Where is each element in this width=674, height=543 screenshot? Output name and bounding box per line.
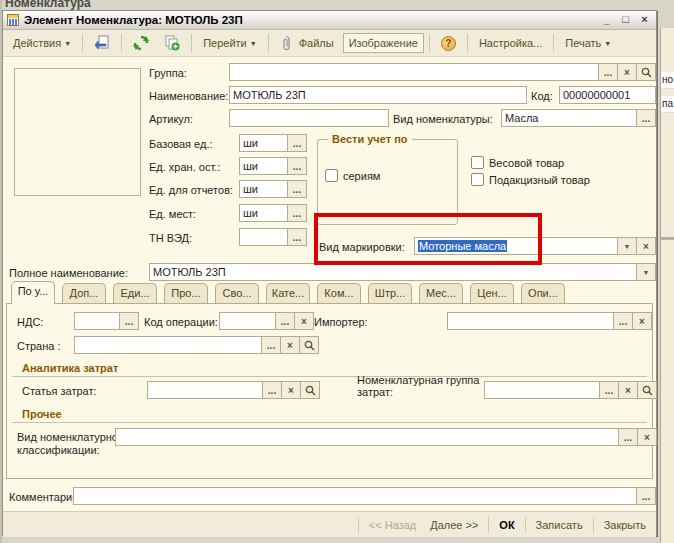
item-image-placeholder[interactable]	[14, 68, 141, 196]
base-unit-input[interactable]: ши	[239, 134, 288, 152]
fullname-combobox[interactable]: МОТЮЛЬ 23П ▼	[149, 263, 656, 281]
ellipsis-button[interactable]: ...	[637, 487, 656, 505]
ellipsis-button[interactable]: ...	[614, 312, 633, 330]
tab-sets[interactable]: Ком...	[317, 283, 361, 303]
name-field[interactable]: МОТЮЛЬ 23П	[229, 86, 527, 104]
excise-goods-checkbox[interactable]	[471, 173, 484, 186]
ellipsis-button[interactable]: ...	[288, 180, 307, 198]
print-menu-button[interactable]: Печать▼	[559, 33, 617, 53]
opcode-input[interactable]	[219, 312, 276, 330]
search-button[interactable]	[300, 336, 319, 354]
save-button[interactable]: Записать	[532, 517, 587, 533]
ellipsis-button[interactable]: ...	[276, 312, 295, 330]
back-button[interactable]: << Назад	[365, 517, 420, 533]
cost-item-field[interactable]: ... ×	[147, 381, 320, 399]
opcode-field[interactable]: ... ×	[219, 312, 314, 330]
clear-button[interactable]: ×	[618, 63, 637, 81]
tab-projects[interactable]: Про...	[164, 283, 208, 303]
fullname-input[interactable]: МОТЮЛЬ 23П	[149, 263, 637, 281]
maximize-button[interactable]: □	[618, 13, 633, 27]
base-unit-field[interactable]: ши ...	[239, 134, 307, 152]
close-button[interactable]: ×	[637, 13, 652, 27]
tab-additional[interactable]: Доп...	[62, 283, 106, 303]
vat-input[interactable]	[74, 312, 120, 330]
next-button[interactable]: Далее >>	[426, 517, 482, 533]
article-field[interactable]	[229, 109, 389, 127]
ellipsis-button[interactable]: ...	[619, 428, 638, 446]
places-unit-input[interactable]: ши	[239, 204, 288, 222]
clear-button[interactable]: ×	[633, 312, 652, 330]
tab-default[interactable]: По у...	[11, 281, 55, 304]
goto-menu-button[interactable]: Перейти▼	[197, 33, 263, 53]
ellipsis-button[interactable]: ...	[262, 336, 281, 354]
tab-categories[interactable]: Кате...	[266, 283, 310, 303]
actions-menu-button[interactable]: Действия▼	[7, 33, 77, 53]
classification-field[interactable]: ... ×	[115, 428, 657, 446]
titlebar[interactable]: Элемент Номенклатура: МОТЮЛЬ 23П _ □ ×	[3, 11, 656, 30]
clear-button[interactable]: ×	[281, 336, 300, 354]
name-input[interactable]: МОТЮЛЬ 23П	[229, 86, 527, 104]
copy-add-button[interactable]	[158, 31, 186, 55]
report-unit-field[interactable]: ши ...	[239, 180, 307, 198]
nomtype-input[interactable]: Масла	[501, 109, 637, 127]
ellipsis-button[interactable]: ...	[599, 63, 618, 81]
ellipsis-button[interactable]: ...	[288, 228, 307, 246]
search-button[interactable]	[637, 63, 656, 81]
refresh-button[interactable]	[127, 31, 155, 55]
clear-button[interactable]: ×	[295, 312, 314, 330]
close-window-button[interactable]: Закрыть	[600, 517, 650, 533]
report-unit-input[interactable]: ши	[239, 180, 288, 198]
search-button[interactable]	[638, 381, 657, 399]
ok-button[interactable]: ОК	[495, 517, 518, 533]
code-input[interactable]: 00000000001	[559, 86, 656, 104]
importer-input[interactable]	[447, 312, 614, 330]
tab-prices[interactable]: Цен...	[470, 283, 514, 303]
ellipsis-button[interactable]: ...	[288, 204, 307, 222]
reread-button[interactable]	[88, 31, 116, 55]
ellipsis-button[interactable]: ...	[288, 157, 307, 175]
group-field[interactable]: ... ×	[229, 63, 656, 81]
classification-input[interactable]	[115, 428, 619, 446]
minimize-button[interactable]: _	[599, 13, 614, 27]
ellipsis-button[interactable]: ...	[120, 312, 139, 330]
nomtype-field[interactable]: Масла ...	[501, 109, 656, 127]
storage-unit-input[interactable]: ши	[239, 157, 288, 175]
cost-group-field[interactable]: ... ×	[484, 381, 657, 399]
code-field[interactable]: 00000000001	[559, 86, 656, 104]
tnved-field[interactable]: ...	[239, 228, 307, 246]
tab-barcodes[interactable]: Штр...	[368, 283, 412, 303]
cost-item-input[interactable]	[147, 381, 263, 399]
cost-group-input[interactable]	[484, 381, 600, 399]
clear-button[interactable]: ×	[637, 237, 656, 255]
places-unit-field[interactable]: ши ...	[239, 204, 307, 222]
series-checkbox[interactable]	[325, 169, 338, 182]
group-input[interactable]	[229, 63, 599, 81]
tab-places[interactable]: Мес...	[419, 283, 463, 303]
tab-units[interactable]: Еди...	[113, 283, 157, 303]
importer-field[interactable]: ... ×	[447, 312, 652, 330]
files-button[interactable]: Файлы	[274, 31, 340, 55]
country-field[interactable]: ... ×	[74, 336, 319, 354]
comment-field[interactable]: ...	[73, 487, 656, 505]
search-button[interactable]	[301, 381, 320, 399]
ellipsis-button[interactable]: ...	[263, 381, 282, 399]
clear-button[interactable]: ×	[282, 381, 301, 399]
tab-properties[interactable]: Сво...	[215, 283, 259, 303]
ellipsis-button[interactable]: ...	[637, 109, 656, 127]
country-input[interactable]	[74, 336, 262, 354]
weight-goods-checkbox[interactable]	[471, 156, 484, 169]
article-input[interactable]	[229, 109, 389, 127]
clear-button[interactable]: ×	[638, 428, 657, 446]
dropdown-button[interactable]: ▼	[637, 263, 656, 281]
ellipsis-button[interactable]: ...	[600, 381, 619, 399]
help-button[interactable]: ?	[435, 32, 462, 55]
storage-unit-field[interactable]: ши ...	[239, 157, 307, 175]
settings-button[interactable]: Настройка...	[473, 33, 548, 53]
dropdown-button[interactable]: ▼	[618, 237, 637, 255]
vat-field[interactable]: ...	[74, 312, 139, 330]
ellipsis-button[interactable]: ...	[288, 134, 307, 152]
clear-button[interactable]: ×	[619, 381, 638, 399]
tnved-input[interactable]	[239, 228, 288, 246]
tab-description[interactable]: Опи...	[521, 283, 565, 303]
image-toggle-button[interactable]: Изображение	[343, 33, 424, 53]
